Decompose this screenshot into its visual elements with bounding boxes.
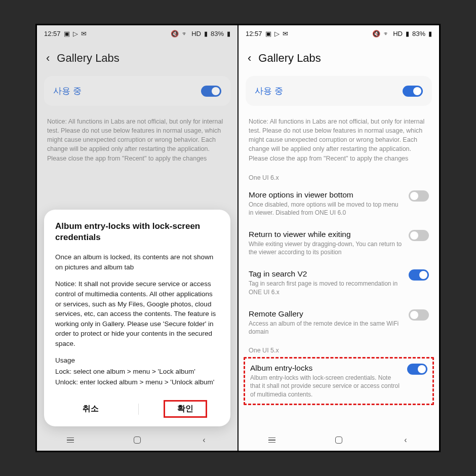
mute-icon: 🔇 bbox=[171, 30, 179, 37]
battery-text: 83% bbox=[211, 30, 224, 37]
setting-title: Album entry-locks bbox=[250, 364, 402, 373]
home-button[interactable] bbox=[132, 437, 143, 444]
page-title: Gallery Labs bbox=[57, 52, 120, 65]
dialog-usage-label: Usage bbox=[55, 355, 219, 366]
labs-notice: Notice: All functions in Labs are not of… bbox=[37, 112, 237, 170]
phone-right: 12:57 ▣ ▷ ✉ 🔇 ᯤ HD ▮ 83% ▮ ‹ Gallery Lab… bbox=[238, 25, 439, 451]
labs-notice: Notice: All functions in Labs are not of… bbox=[239, 112, 439, 170]
album-entry-locks-highlight: Album entry-locks Album entry-locks with… bbox=[244, 357, 434, 405]
page-header: ‹ Gallery Labs bbox=[37, 42, 237, 74]
setting-return-viewer[interactable]: Return to viewer while exiting While exi… bbox=[239, 224, 439, 263]
in-use-card: 사용 중 bbox=[44, 76, 230, 106]
confirm-button[interactable]: 확인 bbox=[177, 404, 193, 413]
cancel-button[interactable]: 취소 bbox=[67, 400, 114, 418]
setting-sub: Album entry-locks with lock-screen crede… bbox=[250, 374, 402, 399]
setting-toggle[interactable] bbox=[407, 364, 427, 375]
nav-bar: ‹ bbox=[37, 432, 237, 448]
setting-sub: While exiting viewer by dragging-down, Y… bbox=[249, 240, 404, 256]
signal-icon: ▮ bbox=[406, 30, 409, 37]
in-use-card: 사용 중 bbox=[246, 76, 432, 106]
wifi-icon: ᯤ bbox=[182, 30, 188, 37]
chat-icon: ✉ bbox=[81, 30, 87, 37]
setting-tag-search[interactable]: Tag in search V2 Tag in search first pag… bbox=[239, 263, 439, 303]
dialog-paragraph-1: Once an album is locked, its contents ar… bbox=[55, 252, 219, 272]
setting-toggle[interactable] bbox=[409, 309, 429, 321]
in-use-label: 사용 중 bbox=[255, 85, 283, 97]
home-button[interactable] bbox=[333, 437, 344, 444]
in-use-toggle[interactable] bbox=[201, 86, 221, 97]
chat-icon: ✉ bbox=[283, 30, 288, 37]
play-icon: ▷ bbox=[73, 30, 78, 37]
hd-icon: HD bbox=[191, 30, 201, 37]
setting-toggle[interactable] bbox=[409, 269, 429, 281]
status-time: 12:57 bbox=[246, 30, 262, 37]
status-bar: 12:57 ▣ ▷ ✉ 🔇 ᯤ HD ▮ 83% ▮ bbox=[37, 25, 237, 42]
album-entry-locks-dialog: Album entry-locks with lock-screen crede… bbox=[44, 210, 230, 426]
setting-toggle[interactable] bbox=[409, 230, 429, 241]
setting-sub: Access an album of the remote device in … bbox=[249, 320, 404, 336]
play-icon: ▷ bbox=[274, 30, 280, 37]
setting-title: Return to viewer while exiting bbox=[249, 230, 404, 239]
image-icon: ▣ bbox=[64, 30, 70, 37]
recents-button[interactable] bbox=[266, 438, 277, 443]
image-icon: ▣ bbox=[265, 30, 271, 37]
battery-text: 83% bbox=[412, 30, 425, 37]
dialog-usage-lock: Lock: select one album > menu > 'Lock al… bbox=[55, 367, 219, 377]
back-button[interactable]: ‹ bbox=[199, 435, 210, 445]
status-bar: 12:57 ▣ ▷ ✉ 🔇 ᯤ HD ▮ 83% ▮ bbox=[239, 25, 439, 42]
in-use-label: 사용 중 bbox=[53, 85, 82, 97]
status-time: 12:57 bbox=[44, 30, 61, 37]
nav-bar: ‹ bbox=[239, 432, 439, 448]
signal-icon: ▮ bbox=[204, 30, 208, 37]
page-header: ‹ Gallery Labs bbox=[239, 42, 439, 74]
back-icon[interactable]: ‹ bbox=[46, 52, 50, 65]
setting-sub: Once disabled, more options will be move… bbox=[249, 201, 404, 217]
wifi-icon: ᯤ bbox=[383, 30, 390, 37]
back-button[interactable]: ‹ bbox=[400, 435, 411, 445]
battery-icon: ▮ bbox=[227, 30, 230, 37]
setting-remote-gallery[interactable]: Remote Gallery Access an album of the re… bbox=[239, 303, 439, 343]
recents-button[interactable] bbox=[65, 438, 76, 443]
setting-title: More options in viewer bottom bbox=[249, 190, 404, 200]
section-oneui6: One UI 6.x bbox=[239, 170, 439, 184]
page-title: Gallery Labs bbox=[258, 52, 321, 65]
setting-more-options[interactable]: More options in viewer bottom Once disab… bbox=[239, 184, 439, 224]
phone-left: 12:57 ▣ ▷ ✉ 🔇 ᯤ HD ▮ 83% ▮ ‹ Gallery Lab… bbox=[37, 25, 238, 451]
setting-sub: Tag in search first page is moved to rec… bbox=[249, 280, 404, 296]
dialog-usage-unlock: Unlock: enter locked album > menu > 'Unl… bbox=[55, 377, 219, 387]
setting-toggle[interactable] bbox=[409, 190, 429, 202]
dialog-body: Once an album is locked, its contents ar… bbox=[55, 252, 219, 387]
setting-album-entry-locks[interactable]: Album entry-locks Album entry-locks with… bbox=[245, 360, 432, 403]
dialog-title: Album entry-locks with lock-screen crede… bbox=[55, 221, 219, 243]
battery-icon: ▮ bbox=[428, 30, 432, 37]
section-oneui5: One UI 5.x bbox=[239, 343, 439, 357]
back-icon[interactable]: ‹ bbox=[248, 52, 251, 65]
setting-title: Remote Gallery bbox=[249, 309, 404, 319]
mute-icon: 🔇 bbox=[372, 30, 380, 37]
in-use-toggle[interactable] bbox=[403, 86, 423, 97]
hd-icon: HD bbox=[393, 30, 403, 37]
dialog-divider bbox=[138, 404, 139, 415]
setting-title: Tag in search V2 bbox=[249, 269, 404, 279]
confirm-button-highlight: 확인 bbox=[164, 400, 207, 418]
dialog-paragraph-2: Notice: It shall not provide secure serv… bbox=[55, 279, 219, 348]
